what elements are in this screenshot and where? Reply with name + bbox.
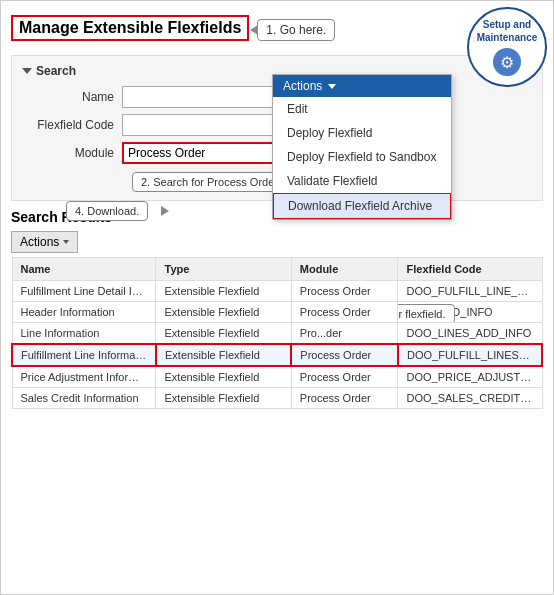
cell-type: Extensible Flexfield bbox=[156, 281, 291, 302]
search-section: Search Name Flexfield Code Module Proces… bbox=[11, 55, 543, 201]
results-actions-bar: Actions 4. Download. bbox=[11, 231, 543, 253]
module-label: Module bbox=[22, 146, 122, 160]
table-header-row: Name Type Module Flexfield Code bbox=[12, 258, 542, 281]
col-header-flexfield-code: Flexfield Code bbox=[398, 258, 542, 281]
action-validate[interactable]: Validate Flexfield bbox=[273, 169, 451, 193]
page-title: Manage Extensible Flexfields bbox=[11, 15, 249, 41]
search-callout: 2. Search for Process Order. bbox=[132, 172, 289, 192]
cell-module: Process Order bbox=[291, 281, 398, 302]
cell-type: Extensible Flexfield bbox=[156, 302, 291, 323]
cell-module: Process Order bbox=[291, 366, 398, 388]
results-table: Name Type Module Flexfield Code Fulfillm… bbox=[11, 257, 543, 409]
flexfield-code-label: Flexfield Code bbox=[22, 118, 122, 132]
actions-button[interactable]: Actions bbox=[273, 75, 451, 97]
actions-menu: Edit Deploy Flexfield Deploy Flexfield t… bbox=[273, 97, 451, 219]
cell-name: Price Adjustment Informat... bbox=[12, 366, 156, 388]
go-here-callout: 1. Go here. bbox=[257, 19, 335, 41]
cell-module: Pro...der bbox=[291, 323, 398, 345]
table-row[interactable]: Header Information Extensible Flexfield … bbox=[12, 302, 542, 323]
action-edit[interactable]: Edit bbox=[273, 97, 451, 121]
table-row[interactable]: Sales Credit Information Extensible Flex… bbox=[12, 388, 542, 409]
title-row: Manage Extensible Flexfields 1. Go here. bbox=[11, 11, 543, 49]
col-header-name: Name bbox=[12, 258, 156, 281]
cell-type: Extensible Flexfield bbox=[156, 388, 291, 409]
table-row-highlighted[interactable]: Fulfillment Line Information Extensible … bbox=[12, 344, 542, 366]
col-header-module: Module bbox=[291, 258, 398, 281]
name-label: Name bbox=[22, 90, 122, 104]
cell-name: Fulfillment Line Information bbox=[12, 344, 156, 366]
table-row[interactable]: Fulfillment Line Detail Info... Extensib… bbox=[12, 281, 542, 302]
cell-type: Extensible Flexfield bbox=[156, 366, 291, 388]
badge-label: Setup andMaintenance bbox=[477, 18, 538, 44]
table-row[interactable]: Line Information Extensible Flexfield Pr… bbox=[12, 323, 542, 345]
results-section: Search Results Actions 4. Download. Name… bbox=[11, 209, 543, 409]
cell-flexfield-code: DOO_LINES_ADD_INFO bbox=[398, 323, 542, 345]
cell-name: Sales Credit Information bbox=[12, 388, 156, 409]
results-actions-button[interactable]: Actions bbox=[11, 231, 78, 253]
table-row[interactable]: Price Adjustment Informat... Extensible … bbox=[12, 366, 542, 388]
setup-maintenance-badge[interactable]: Setup andMaintenance ⚙ bbox=[467, 7, 547, 87]
col-header-type: Type bbox=[156, 258, 291, 281]
results-actions-arrow-icon bbox=[63, 240, 69, 244]
cell-type: Extensible Flexfield bbox=[156, 344, 291, 366]
action-download-archive[interactable]: Download Flexfield Archive bbox=[273, 193, 451, 219]
cell-name: Fulfillment Line Detail Info... bbox=[12, 281, 156, 302]
cell-name: Line Information bbox=[12, 323, 156, 345]
cell-flexfield-code: DOO_SALES_CREDITS_ADD_INF... bbox=[398, 388, 542, 409]
cell-flexfield-code: DOO_PRICE_ADJUSTMENTS_AD... bbox=[398, 366, 542, 388]
cell-name: Header Information bbox=[12, 302, 156, 323]
cell-flexfield-code: ...RS_ADD_INFO 3. Choose your flexfield. bbox=[398, 302, 542, 323]
cell-flexfield-code: DOO_FULFILL_LINES_ADD_INFO bbox=[398, 344, 542, 366]
actions-button-arrow-icon bbox=[328, 84, 336, 89]
cell-module: Process Order bbox=[291, 388, 398, 409]
cell-module: Process Order bbox=[291, 344, 398, 366]
action-deploy-sandbox[interactable]: Deploy Flexfield to Sandbox bbox=[273, 145, 451, 169]
cell-module: Process Order bbox=[291, 302, 398, 323]
download-callout: 4. Download. bbox=[66, 201, 148, 221]
main-container: Setup andMaintenance ⚙ Manage Extensible… bbox=[0, 0, 554, 595]
collapse-arrow-icon[interactable] bbox=[22, 68, 32, 74]
choose-flexfield-callout: 3. Choose your flexfield. bbox=[398, 304, 455, 323]
cell-flexfield-code: DOO_FULFILL_LINE_DTLS_ADD_I... bbox=[398, 281, 542, 302]
action-deploy-flexfield[interactable]: Deploy Flexfield bbox=[273, 121, 451, 145]
actions-dropdown: Actions Edit Deploy Flexfield Deploy Fle… bbox=[272, 74, 452, 220]
gear-icon: ⚙ bbox=[493, 48, 521, 76]
cell-type: Extensible Flexfield bbox=[156, 323, 291, 345]
